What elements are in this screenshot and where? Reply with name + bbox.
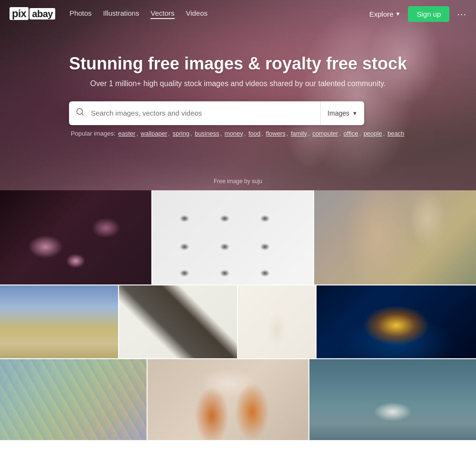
- tag-money[interactable]: money: [225, 130, 243, 137]
- tag-flowers[interactable]: flowers: [266, 130, 286, 137]
- illustration-image: [238, 285, 316, 358]
- explore-button[interactable]: Explore ▼: [369, 10, 401, 18]
- polarbear-image: [309, 359, 476, 440]
- search-bar: Images ▼: [69, 101, 364, 125]
- nav-photos[interactable]: Photos: [69, 9, 92, 19]
- headphones-image: [314, 190, 476, 285]
- hero-title: Stunning free images & royalty free stoc…: [69, 54, 407, 74]
- tag-family[interactable]: family: [291, 130, 307, 137]
- hero-content: Stunning free images & royalty free stoc…: [60, 54, 416, 137]
- logo-text: abay: [30, 8, 55, 20]
- search-icon: [69, 108, 91, 118]
- navbar: pixabay Photos Illustrations Vectors Vid…: [0, 0, 476, 28]
- nav-links: Photos Illustrations Vectors Videos: [69, 9, 208, 19]
- popular-tags: Popular images: easter, wallpaper, sprin…: [69, 130, 407, 137]
- logo-icon: pix: [10, 7, 29, 20]
- image-grid: [0, 190, 476, 440]
- hero-credit: Free image by suju: [214, 178, 262, 185]
- nav-vectors[interactable]: Vectors: [150, 9, 174, 19]
- grid-row-2: [0, 285, 476, 359]
- grid-row-3: [0, 359, 476, 440]
- tag-food[interactable]: food: [248, 130, 260, 137]
- tag-beach[interactable]: beach: [387, 130, 404, 137]
- hero-subtitle: Over 1 million+ high quality stock image…: [69, 79, 407, 88]
- tag-business[interactable]: business: [195, 130, 219, 137]
- chevron-down-icon: ▼: [396, 11, 401, 17]
- nav-right: Explore ▼ Sign up ···: [369, 6, 466, 22]
- grid-image-pier[interactable]: [317, 285, 476, 359]
- wine-image: [148, 359, 308, 440]
- clarinet-image: [119, 285, 237, 358]
- cameras-image: [152, 190, 313, 285]
- tag-spring[interactable]: spring: [173, 130, 189, 137]
- grid-image-wine[interactable]: [148, 359, 309, 440]
- hero-section: Stunning free images & royalty free stoc…: [0, 0, 476, 190]
- explore-label: Explore: [369, 10, 394, 18]
- grid-image-flowers[interactable]: [0, 190, 152, 285]
- nav-videos[interactable]: Videos: [186, 9, 208, 19]
- tiles-image: [0, 359, 147, 440]
- beach-image: [0, 285, 118, 358]
- tag-people[interactable]: people: [364, 130, 382, 137]
- grid-image-headphones[interactable]: [314, 190, 476, 285]
- grid-image-clarinet[interactable]: [119, 285, 238, 359]
- grid-image-illustration[interactable]: [238, 285, 317, 359]
- search-input[interactable]: [91, 109, 320, 117]
- popular-label: Popular images:: [71, 130, 116, 137]
- site-logo[interactable]: pixabay: [10, 8, 55, 20]
- search-type-dropdown[interactable]: Images ▼: [320, 101, 364, 125]
- grid-image-beach[interactable]: [0, 285, 119, 359]
- tag-wallpaper[interactable]: wallpaper: [141, 130, 168, 137]
- tag-office[interactable]: office: [344, 130, 358, 137]
- search-type-label: Images: [327, 109, 349, 117]
- grid-image-cameras[interactable]: [152, 190, 314, 285]
- pier-image: [317, 285, 476, 358]
- more-button[interactable]: ···: [457, 9, 466, 20]
- signup-button[interactable]: Sign up: [408, 6, 449, 22]
- tag-easter[interactable]: easter: [118, 130, 135, 137]
- flowers-image: [0, 190, 151, 285]
- grid-image-polarbear[interactable]: [309, 359, 476, 440]
- grid-row-1: [0, 190, 476, 285]
- nav-illustrations[interactable]: Illustrations: [103, 9, 139, 19]
- dropdown-chevron-icon: ▼: [352, 110, 357, 116]
- tag-computer[interactable]: computer: [312, 130, 338, 137]
- grid-image-tiles[interactable]: [0, 359, 148, 440]
- svg-line-1: [81, 113, 83, 115]
